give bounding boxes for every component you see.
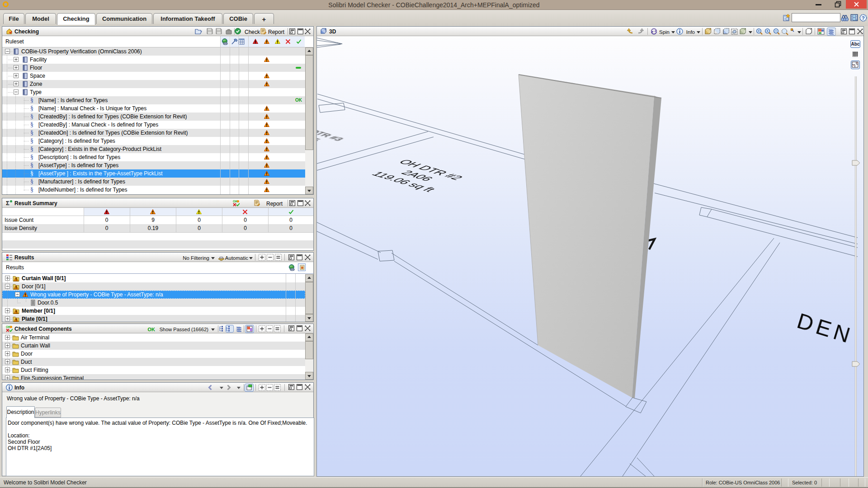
svg-text:OK: OK (233, 200, 238, 203)
svg-text:?: ? (862, 15, 865, 21)
